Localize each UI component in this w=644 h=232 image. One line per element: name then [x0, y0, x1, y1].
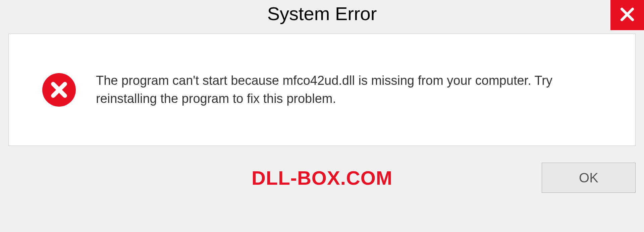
error-icon — [42, 73, 76, 107]
content-panel: The program can't start because mfco42ud… — [8, 34, 636, 146]
watermark-text: DLL-BOX.COM — [252, 167, 392, 189]
close-icon — [619, 6, 635, 24]
titlebar: System Error — [0, 0, 644, 34]
error-message: The program can't start because mfco42ud… — [96, 72, 615, 107]
ok-button[interactable]: OK — [542, 163, 636, 193]
footer: DLL-BOX.COM OK — [0, 146, 644, 193]
close-button[interactable] — [610, 0, 644, 30]
dialog-title: System Error — [267, 3, 377, 24]
